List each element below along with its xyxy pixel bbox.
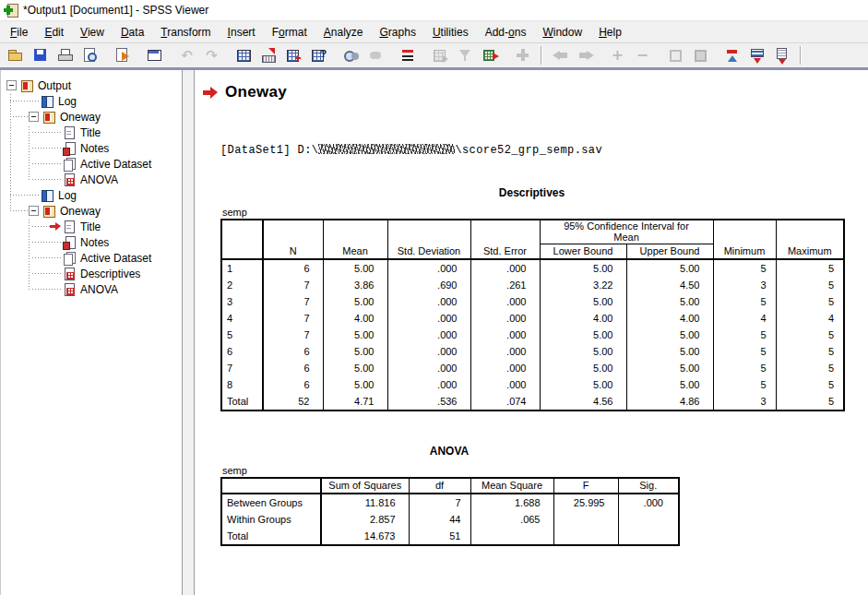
find-button[interactable]: [339, 44, 363, 67]
descriptives-row-4: 474.00.000.0004.004.0044: [221, 310, 844, 327]
expand-outline-button[interactable]: [606, 44, 629, 67]
menu-transform[interactable]: Transform: [152, 23, 219, 42]
current-item-arrow-icon: [50, 222, 61, 231]
collapse-expander-icon[interactable]: [29, 112, 39, 122]
output-icon: [42, 111, 56, 124]
dataset-path-suffix: \score52_grp_semp.sav: [455, 144, 602, 157]
recall-dialogs-button[interactable]: [143, 44, 166, 67]
title-icon: [63, 220, 77, 233]
funnel-icon: [458, 47, 474, 64]
floppy-icon: [32, 47, 49, 64]
notes-icon: [63, 142, 77, 155]
table-icon: [63, 283, 77, 296]
table-arrow-icon: [286, 47, 303, 64]
menu-graphs[interactable]: Graphs: [371, 23, 423, 42]
menu-utilities[interactable]: Utilities: [424, 23, 477, 42]
collapse-expander-icon[interactable]: [6, 80, 17, 90]
open-button[interactable]: [4, 44, 27, 67]
collapse-outline-button[interactable]: [631, 44, 654, 67]
tree-item-log[interactable]: Log: [1, 93, 182, 109]
plus-cross-icon: [515, 47, 531, 64]
kbd-arrow-icon: [261, 47, 278, 64]
insert-text-button[interactable]: [770, 44, 793, 67]
redo-button[interactable]: [200, 44, 223, 67]
tree-item-output[interactable]: Output: [1, 77, 182, 93]
insert-title-button[interactable]: [745, 44, 768, 67]
current-output-arrow-icon: [203, 87, 218, 99]
variables-button[interactable]: [307, 44, 330, 67]
print-preview-button[interactable]: [78, 44, 101, 67]
goto-case-button[interactable]: [257, 44, 280, 67]
descriptives-row-total: Total524.71.536.0744.564.8635: [221, 393, 844, 411]
anova-caption: semp: [222, 465, 868, 476]
menu-add-ons[interactable]: Add-ons: [477, 23, 535, 42]
panel-splitter[interactable]: [182, 70, 195, 595]
printer-icon: [57, 47, 74, 64]
weight-cases-button[interactable]: [454, 44, 477, 67]
output-heading-oneway[interactable]: Oneway: [203, 83, 868, 101]
descriptives-table[interactable]: NMeanStd. DeviationStd. Error95% Confide…: [220, 219, 868, 411]
dataset-icon: [63, 252, 77, 265]
heading-icon: [724, 47, 741, 64]
tree-item-oneway[interactable]: Oneway: [1, 109, 182, 125]
descriptives-caption: semp: [222, 207, 868, 218]
output-content: Oneway [DataSet1] D:\\score52_grp_semp.s…: [195, 70, 868, 595]
output-icon: [42, 205, 56, 218]
descriptives-row-8: 865.00.000.0005.005.0055: [221, 376, 844, 393]
notes-icon: [63, 236, 77, 249]
blob-icon: [368, 47, 385, 64]
menu-file[interactable]: File: [2, 23, 36, 42]
title-icon: [63, 126, 77, 139]
goto-data-button[interactable]: [232, 44, 256, 67]
menu-insert[interactable]: Insert: [220, 23, 264, 42]
square-dark-icon: [692, 47, 708, 64]
goto-variable-button[interactable]: [282, 44, 305, 67]
demote-outline-button[interactable]: [574, 44, 597, 67]
show-outline-button[interactable]: [663, 44, 686, 67]
descriptives-title: Descriptives: [220, 186, 843, 199]
redo-icon: [204, 47, 220, 64]
find-next-button[interactable]: [364, 44, 387, 67]
menu-window[interactable]: Window: [534, 23, 590, 42]
toolbar-separator: [800, 46, 802, 65]
export-icon: [114, 47, 131, 64]
table-icon: [63, 173, 77, 186]
menu-edit[interactable]: Edit: [36, 23, 72, 42]
promote-outline-button[interactable]: [549, 44, 572, 67]
square-light-icon: [667, 47, 684, 64]
log-icon: [41, 189, 54, 202]
table-red-arrow-icon: [482, 47, 499, 64]
tree-item-oneway[interactable]: Oneway: [1, 203, 182, 219]
title-arrow-icon: [749, 47, 766, 64]
dialog-icon: [147, 47, 163, 64]
split-file-button[interactable]: [479, 44, 502, 67]
select-cases-button[interactable]: [429, 44, 452, 67]
arrow-left-icon: [553, 47, 569, 64]
save-button[interactable]: [29, 44, 52, 67]
menu-analyze[interactable]: Analyze: [315, 23, 372, 42]
folder-icon: [7, 47, 24, 64]
dataset-log-line[interactable]: [DataSet1] D:\\score52_grp_semp.sav: [220, 144, 868, 157]
designate-window-button[interactable]: [511, 44, 534, 67]
export-output-button[interactable]: [111, 44, 134, 67]
menu-format[interactable]: Format: [264, 23, 315, 42]
anova-row-total: Total14.67351: [221, 528, 679, 545]
hide-outline-button[interactable]: [688, 44, 711, 67]
dataset-icon: [63, 158, 77, 171]
toolbar-separator: [541, 46, 542, 65]
grid-icon: [236, 47, 253, 64]
log-icon: [41, 95, 54, 108]
collapse-expander-icon[interactable]: [29, 206, 39, 216]
anova-table[interactable]: Sum of SquaresdfMean SquareFSig.Between …: [220, 477, 868, 546]
use-variable-sets-button[interactable]: [397, 44, 420, 67]
preview-icon: [82, 47, 99, 64]
descriptives-row-1: 165.00.000.0005.005.0055: [221, 259, 844, 277]
menu-data[interactable]: Data: [113, 23, 152, 42]
tree-item-log[interactable]: Log: [1, 187, 182, 203]
print-button[interactable]: [54, 44, 77, 67]
insert-heading-button[interactable]: [720, 44, 743, 67]
undo-button[interactable]: [175, 44, 198, 67]
menu-help[interactable]: Help: [590, 23, 630, 42]
menu-view[interactable]: View: [72, 23, 113, 42]
table-q-icon: [311, 47, 327, 64]
